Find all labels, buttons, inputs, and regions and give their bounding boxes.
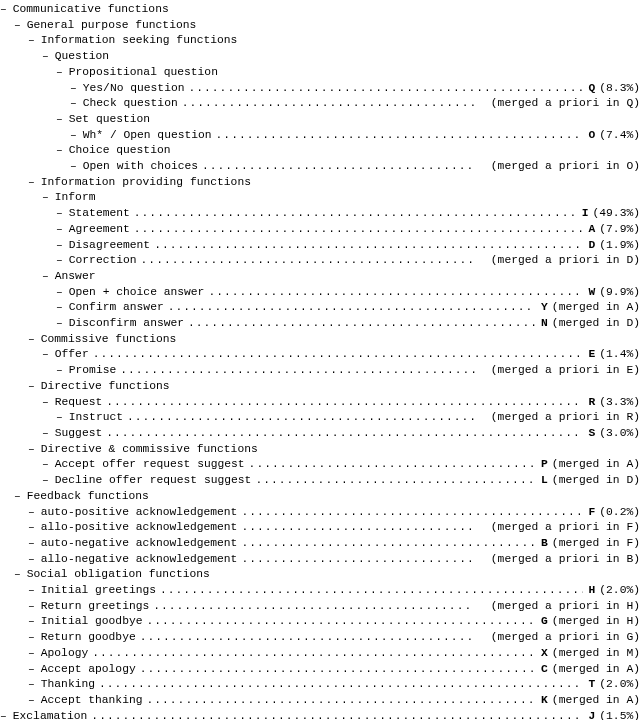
tree-node: –Yes/No questionQ(8.3%): [70, 81, 640, 97]
bullet-icon: –: [28, 599, 41, 615]
leader-dots: [184, 81, 583, 97]
bullet-icon: –: [28, 646, 41, 662]
taxonomy-tree: –Communicative functions–General purpose…: [0, 2, 640, 720]
bullet-icon: –: [28, 536, 41, 552]
tree-node: –Directive & commissive functions–Accept…: [28, 442, 640, 489]
bullet-icon: –: [56, 363, 69, 379]
node-label: Set question: [69, 112, 150, 128]
tree-node: –ApologyX(merged in M): [28, 646, 640, 662]
tree-row: –Initial greetingsH(2.0%): [28, 583, 640, 599]
bullet-icon: –: [70, 128, 83, 144]
tree-node: –Directive functions–RequestR(3.3%)–Inst…: [28, 379, 640, 442]
node-label: Check question: [83, 96, 178, 112]
node-annotation: (merged in M): [548, 646, 640, 662]
tree-row: –Open + choice answerW(9.9%): [56, 285, 640, 301]
node-tag: F: [583, 505, 595, 521]
bullet-icon: –: [56, 300, 69, 316]
bullet-icon: –: [56, 222, 69, 238]
node-tag: R: [583, 395, 595, 411]
node-label: Choice question: [69, 143, 171, 159]
node-annotation: (9.9%): [595, 285, 640, 301]
bullet-icon: –: [56, 253, 69, 269]
node-label: Disagreement: [69, 238, 150, 254]
node-label: allo-positive acknowledgement: [41, 520, 238, 536]
node-tag: E: [583, 347, 595, 363]
node-label: Suggest: [55, 426, 102, 442]
node-annotation: (7.9%): [595, 222, 640, 238]
tree-node: –Check question(merged a priori in Q): [70, 96, 640, 112]
node-annotation: (7.4%): [595, 128, 640, 144]
node-label: Communicative functions: [13, 2, 169, 18]
leader-dots: [184, 316, 536, 332]
node-label: Initial goodbye: [41, 614, 143, 630]
node-annotation: (merged a priori in F): [487, 520, 640, 536]
tree-row: –Promise(merged a priori in E): [56, 363, 640, 379]
tree-row: –Information providing functions: [28, 175, 640, 191]
bullet-icon: –: [28, 520, 41, 536]
leader-dots: [102, 426, 583, 442]
tree-node: –Choice question–Open with choices(merge…: [56, 143, 640, 174]
tree-row: –allo-positive acknowledgement(merged a …: [28, 520, 640, 536]
tree-row: –ExclamationJ(1.5%): [0, 709, 640, 720]
leader-dots: [251, 473, 535, 489]
tree-row: –Confirm answerY(merged in A): [56, 300, 640, 316]
tree-node: –Information seeking functions–Question–…: [28, 33, 640, 174]
leader-dots: [130, 206, 577, 222]
tree-row: –Set question: [56, 112, 640, 128]
tree-node: –Open with choices(merged a priori in O): [70, 159, 640, 175]
leader-dots: [142, 693, 535, 709]
tree-row: –DisagreementD(1.9%): [56, 238, 640, 254]
tree-node: –RequestR(3.3%)–Instruct(merged a priori…: [42, 395, 640, 426]
node-label: General purpose functions: [27, 18, 196, 34]
node-annotation: (3.0%): [595, 426, 640, 442]
node-label: Agreement: [69, 222, 130, 238]
bullet-icon: –: [42, 269, 55, 285]
node-label: Accept offer request suggest: [55, 457, 245, 473]
node-annotation: (merged in A): [548, 662, 640, 678]
node-annotation: (merged in A): [548, 693, 640, 709]
tree-node: –Information providing functions–Inform–…: [28, 175, 640, 332]
tree-row: –Directive functions: [28, 379, 640, 395]
tree-row: –ApologyX(merged in M): [28, 646, 640, 662]
bullet-icon: –: [28, 614, 41, 630]
tree-row: –Initial goodbyeG(merged in H): [28, 614, 640, 630]
node-tag: P: [536, 457, 548, 473]
bullet-icon: –: [42, 395, 55, 411]
node-annotation: (2.0%): [595, 583, 640, 599]
node-tag: N: [536, 316, 548, 332]
node-tag: D: [583, 238, 595, 254]
leader-dots: [150, 238, 583, 254]
node-tag: C: [536, 662, 548, 678]
node-label: Correction: [69, 253, 137, 269]
bullet-icon: –: [56, 206, 69, 222]
node-label: Question: [55, 49, 109, 65]
tree-node: –Confirm answerY(merged in A): [56, 300, 640, 316]
tree-node: –Return greetings(merged a priori in H): [28, 599, 640, 615]
bullet-icon: –: [28, 677, 41, 693]
node-annotation: (1.5%): [595, 709, 640, 720]
node-tag: I: [577, 206, 589, 222]
leader-dots: [130, 222, 584, 238]
tree-node: –allo-negative acknowledgement(merged a …: [28, 552, 640, 568]
node-label: Apology: [41, 646, 88, 662]
node-annotation: (1.9%): [595, 238, 640, 254]
leader-dots: [142, 614, 535, 630]
tree-node: –Initial goodbyeG(merged in H): [28, 614, 640, 630]
tree-node: –Accept thankingK(merged in A): [28, 693, 640, 709]
node-annotation: (merged in D): [548, 316, 640, 332]
node-label: Promise: [69, 363, 116, 379]
node-annotation: (0.2%): [595, 505, 640, 521]
bullet-icon: –: [70, 81, 83, 97]
tree-node: –Set question–Wh* / Open questionO(7.4%): [56, 112, 640, 143]
leader-dots: [116, 363, 475, 379]
tree-row: –Check question(merged a priori in Q): [70, 96, 640, 112]
tree-row: –Return greetings(merged a priori in H): [28, 599, 640, 615]
leader-dots: [149, 599, 475, 615]
tree-row: –Decline offer request suggestL(merged i…: [42, 473, 640, 489]
tree-row: –Propositional question: [56, 65, 640, 81]
leader-dots: [136, 630, 475, 646]
bullet-icon: –: [14, 567, 27, 583]
node-tag: Q: [583, 81, 595, 97]
node-tag: H: [583, 583, 595, 599]
bullet-icon: –: [56, 112, 69, 128]
